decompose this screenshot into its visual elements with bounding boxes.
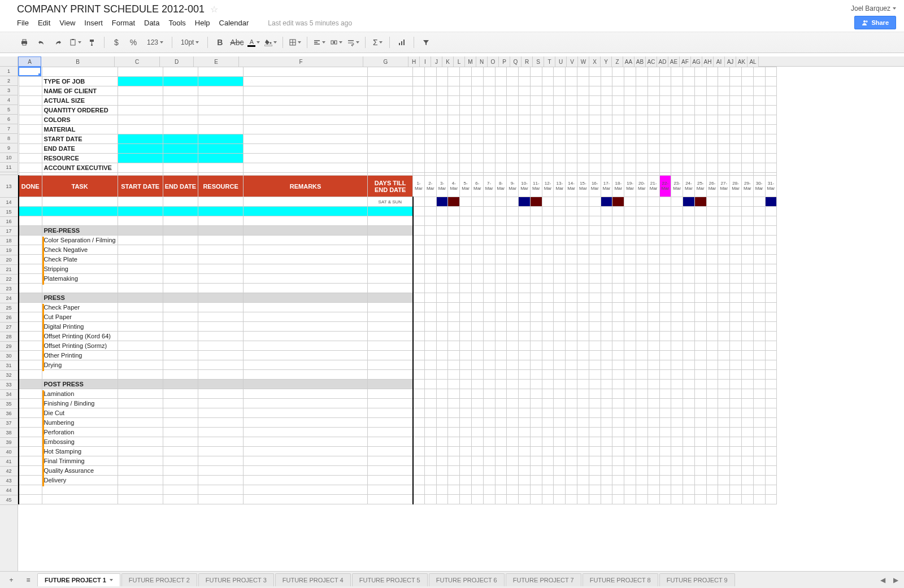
menu-calendar[interactable]: Calendar <box>219 19 249 27</box>
percent-icon[interactable]: % <box>126 35 141 50</box>
row-header[interactable]: 45 <box>0 495 18 505</box>
doc-title[interactable]: COMPANY PRINT SCHEDULE 2012-001 <box>17 3 205 15</box>
sheet-tab[interactable]: FUTURE PROJECT 3 <box>198 573 274 586</box>
row-header[interactable]: 5 <box>0 105 18 115</box>
row-header[interactable]: 22 <box>0 275 18 284</box>
number-format[interactable]: 123 <box>143 35 167 50</box>
col-header[interactable]: C <box>115 56 160 67</box>
fill-color-icon[interactable] <box>263 35 278 50</box>
spreadsheet-grid[interactable]: TYPE OF JOBNAME OF CLIENTACTUAL SIZEQUAN… <box>18 67 777 504</box>
row-header[interactable]: 32 <box>0 371 18 380</box>
row-header[interactable]: 27 <box>0 323 18 332</box>
row-header[interactable]: 11 <box>0 163 18 172</box>
col-header[interactable]: L <box>454 56 465 67</box>
col-header[interactable]: Z <box>612 56 623 67</box>
sheet-tab[interactable]: FUTURE PROJECT 9 <box>659 573 735 586</box>
merge-icon[interactable] <box>329 35 344 50</box>
borders-icon[interactable] <box>288 35 302 50</box>
paint-format-icon[interactable] <box>85 35 99 50</box>
row-header[interactable]: 19 <box>0 246 18 255</box>
col-header[interactable]: N <box>476 56 488 67</box>
text-color-icon[interactable]: A <box>246 35 261 50</box>
col-header[interactable]: E <box>194 56 239 67</box>
row-header[interactable]: 40 <box>0 447 18 457</box>
col-header[interactable]: T <box>544 56 555 67</box>
star-icon[interactable]: ☆ <box>210 4 218 15</box>
row-header[interactable]: 39 <box>0 438 18 447</box>
functions-icon[interactable]: Σ <box>370 35 385 50</box>
col-header[interactable]: A <box>18 56 41 67</box>
row-header[interactable]: 15 <box>0 207 18 217</box>
row-header[interactable]: 10 <box>0 153 18 163</box>
col-header[interactable]: AF <box>680 56 691 67</box>
row-header[interactable]: 4 <box>0 95 18 105</box>
wrap-icon[interactable] <box>346 35 360 50</box>
col-header[interactable]: Q <box>510 56 521 67</box>
sheet-tab[interactable]: FUTURE PROJECT 1 <box>37 573 120 586</box>
col-header[interactable]: D <box>160 56 194 67</box>
col-header[interactable]: AG <box>691 56 702 67</box>
row-header[interactable]: 30 <box>0 351 18 361</box>
col-header[interactable]: S <box>533 56 544 67</box>
row-header[interactable]: 8 <box>0 134 18 143</box>
col-header[interactable]: AK <box>736 56 747 67</box>
row-header[interactable]: 38 <box>0 428 18 438</box>
row-header[interactable]: 33 <box>0 380 18 390</box>
sheet-tab[interactable]: FUTURE PROJECT 8 <box>583 573 658 586</box>
col-header[interactable]: U <box>555 56 567 67</box>
sheet-tab[interactable]: FUTURE PROJECT 5 <box>352 573 428 586</box>
row-header[interactable]: 41 <box>0 457 18 467</box>
row-header[interactable]: 29 <box>0 342 18 351</box>
menu-insert[interactable]: Insert <box>84 19 103 27</box>
row-header[interactable]: 31 <box>0 361 18 371</box>
undo-icon[interactable] <box>34 35 49 50</box>
col-header[interactable]: H <box>408 56 420 67</box>
filter-icon[interactable] <box>419 35 433 50</box>
col-header[interactable]: AE <box>668 56 680 67</box>
menu-edit[interactable]: Edit <box>38 19 50 27</box>
col-header[interactable]: X <box>589 56 601 67</box>
row-header[interactable]: 25 <box>0 303 18 313</box>
row-header[interactable]: 42 <box>0 467 18 476</box>
redo-icon[interactable] <box>51 35 66 50</box>
col-header[interactable]: AI <box>714 56 725 67</box>
col-header[interactable]: I <box>420 56 431 67</box>
col-header[interactable]: K <box>442 56 454 67</box>
sheet-tab[interactable]: FUTURE PROJECT 2 <box>121 573 197 586</box>
col-header[interactable]: W <box>578 56 589 67</box>
col-header[interactable]: AA <box>623 56 634 67</box>
col-header[interactable]: F <box>239 56 363 67</box>
menu-format[interactable]: Format <box>112 19 135 27</box>
row-header[interactable]: 9 <box>0 143 18 153</box>
row-header[interactable]: 6 <box>0 115 18 124</box>
row-header[interactable]: 14 <box>0 198 18 207</box>
col-header[interactable]: AJ <box>725 56 736 67</box>
row-header[interactable]: 34 <box>0 390 18 399</box>
col-header[interactable]: AH <box>702 56 714 67</box>
col-header[interactable]: Y <box>601 56 612 67</box>
menu-file[interactable]: File <box>17 19 29 27</box>
col-header[interactable]: V <box>567 56 578 67</box>
row-header[interactable]: 21 <box>0 265 18 275</box>
sheet-tab[interactable]: FUTURE PROJECT 7 <box>506 573 581 586</box>
col-header[interactable]: R <box>521 56 533 67</box>
tab-next-icon[interactable]: ▶ <box>891 574 901 586</box>
menu-view[interactable]: View <box>59 19 75 27</box>
row-header[interactable]: 3 <box>0 86 18 95</box>
row-header[interactable]: 44 <box>0 486 18 495</box>
col-header[interactable]: B <box>41 56 115 67</box>
col-header[interactable]: AD <box>657 56 668 67</box>
col-header[interactable]: AC <box>646 56 657 67</box>
row-header[interactable]: 36 <box>0 409 18 419</box>
menu-help[interactable]: Help <box>195 19 210 27</box>
col-header[interactable]: AB <box>634 56 646 67</box>
user-menu[interactable]: Joel Barquez <box>851 5 896 12</box>
row-header[interactable]: 7 <box>0 124 18 134</box>
col-header[interactable]: G <box>363 56 408 67</box>
row-header[interactable]: 28 <box>0 332 18 342</box>
bold-icon[interactable]: B <box>212 35 227 50</box>
tab-prev-icon[interactable]: ◀ <box>878 574 888 586</box>
sheet-tab[interactable]: FUTURE PROJECT 6 <box>429 573 505 586</box>
row-header[interactable]: 1 <box>0 67 18 76</box>
row-header[interactable]: 2 <box>0 76 18 86</box>
